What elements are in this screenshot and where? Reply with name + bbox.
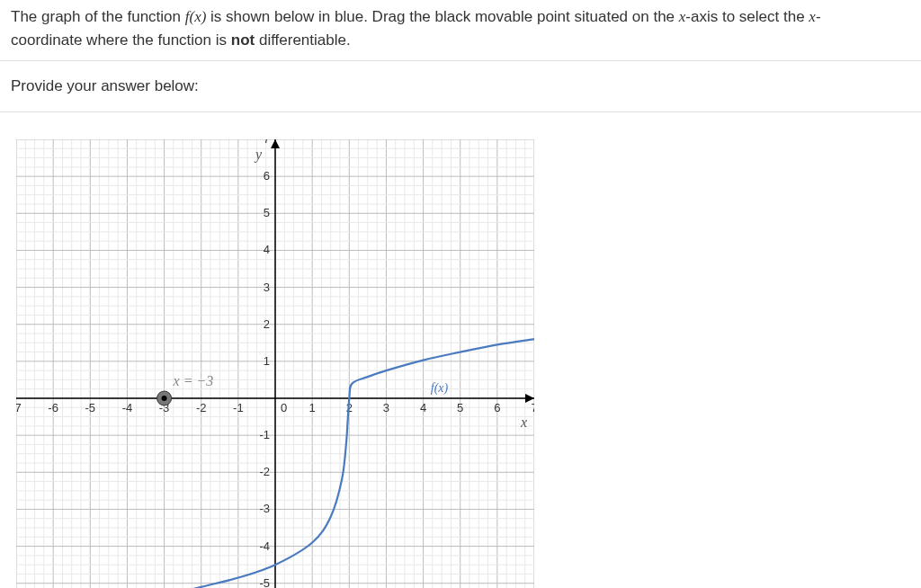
y-tick-label: 7 bbox=[264, 139, 270, 146]
x-tick-label: 4 bbox=[420, 401, 426, 414]
x-tick-label: 7 bbox=[531, 401, 534, 414]
instruction-text: The graph of the function f(x) is shown … bbox=[0, 0, 921, 61]
arrowhead-up-icon bbox=[271, 139, 280, 148]
x-tick-label: -5 bbox=[85, 401, 96, 414]
y-tick-label: 6 bbox=[264, 169, 270, 183]
x-tick-label: 5 bbox=[457, 401, 463, 414]
function-label: f(x) bbox=[431, 381, 449, 396]
y-tick-label: -2 bbox=[259, 465, 270, 478]
answer-prompt: Provide your answer below: bbox=[0, 61, 921, 112]
y-tick-label: -3 bbox=[259, 502, 270, 515]
y-tick-label: 2 bbox=[264, 317, 270, 331]
coordinate-plane[interactable]: -7-6-5-4-3-2-101234567-6-5-4-3-2-1123456… bbox=[16, 139, 534, 588]
x-tick-label: -4 bbox=[122, 401, 133, 414]
y-tick-label: 1 bbox=[264, 354, 270, 368]
x-axis-label: x bbox=[520, 414, 527, 430]
x-tick-label: -6 bbox=[48, 401, 58, 414]
y-tick-label: 3 bbox=[264, 281, 270, 294]
y-axis-label: y bbox=[254, 147, 263, 163]
x-tick-label: 1 bbox=[309, 401, 316, 414]
x-tick-label: -2 bbox=[196, 401, 207, 414]
y-tick-label: -5 bbox=[259, 576, 270, 588]
draggable-point-label: x = −3 bbox=[173, 373, 214, 388]
y-tick-label: -1 bbox=[259, 428, 270, 441]
x-tick-label: -1 bbox=[233, 401, 244, 414]
draggable-point-center[interactable] bbox=[162, 396, 167, 401]
x-tick-label: 3 bbox=[383, 401, 389, 414]
x-tick-label: 6 bbox=[494, 401, 500, 414]
x-tick-label: 0 bbox=[281, 401, 287, 414]
y-tick-label: 5 bbox=[264, 206, 270, 219]
y-tick-label: -4 bbox=[259, 539, 270, 553]
x-tick-label: -7 bbox=[16, 401, 22, 414]
y-tick-label: 4 bbox=[264, 243, 270, 256]
